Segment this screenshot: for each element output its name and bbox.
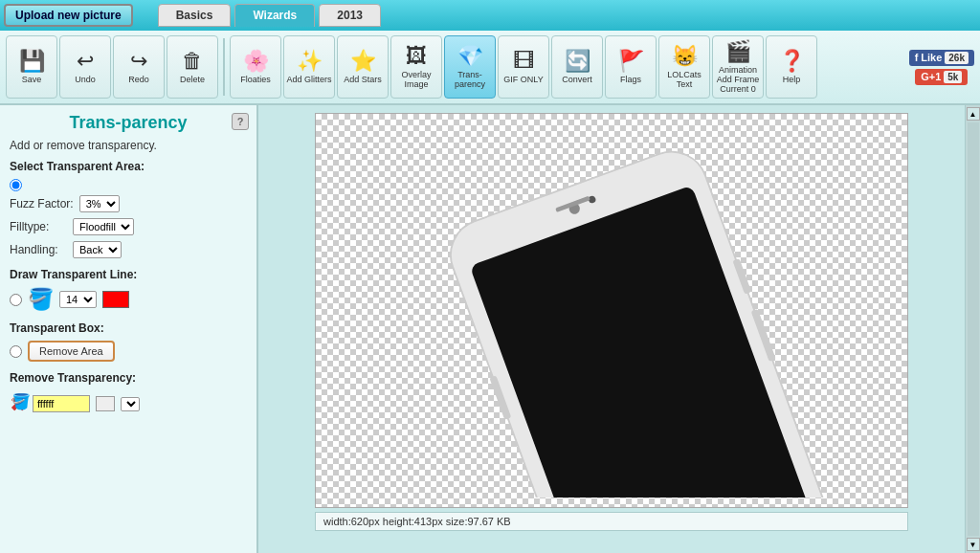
remove-area-button[interactable]: Remove Area xyxy=(28,341,115,362)
fb-count: 26k xyxy=(945,52,969,64)
select-area-radio[interactable] xyxy=(10,179,22,191)
filltype-row: Filltype: Floodfill xyxy=(10,218,247,235)
cross-x-icon: ✖ 🪣 xyxy=(10,390,27,417)
select-area-label: Select Transparent Area: xyxy=(10,160,247,173)
filltype-select[interactable]: Floodfill xyxy=(73,218,134,235)
transparency-icon: 💎 xyxy=(457,44,483,69)
undo-label: Undo xyxy=(75,76,96,85)
handling-label: Handling: xyxy=(10,243,67,256)
canvas-area: width:620px height:413px size:97.67 KB xyxy=(258,105,965,553)
fb-icon: f xyxy=(915,52,919,63)
help-icon: ❓ xyxy=(779,49,805,74)
help-panel-icon[interactable]: ? xyxy=(232,113,249,130)
overlay-icon: 🖼 xyxy=(406,44,427,69)
line-color-box[interactable] xyxy=(102,291,129,308)
handling-select[interactable]: Back xyxy=(73,241,122,258)
draw-line-radio[interactable] xyxy=(10,294,22,306)
file-tools: 💾 Save ↩ Undo ↪ Redo 🗑 Delete xyxy=(6,35,218,99)
gif-button[interactable]: 🎞 GIF ONLY xyxy=(498,35,549,99)
glitters-label: Add Glitters xyxy=(286,76,331,85)
nav-tabs: Basics Wizards 2013 xyxy=(158,4,381,27)
redo-button[interactable]: ↪ Redo xyxy=(113,35,165,99)
gplus-label: G+1 xyxy=(921,71,941,82)
left-panel: ? Trans-parency Add or remove transparen… xyxy=(0,105,258,553)
gif-icon: 🎞 xyxy=(513,49,534,74)
undo-icon: ↩ xyxy=(77,49,94,74)
upload-button[interactable]: Upload new picture xyxy=(4,4,133,27)
save-icon: 💾 xyxy=(19,49,45,74)
filltype-label: Filltype: xyxy=(10,220,67,233)
animation-icon: 🎬 xyxy=(725,39,751,64)
paint-bucket-icon: 🪣 xyxy=(28,287,54,312)
floaties-button[interactable]: 🌸 Floaties xyxy=(230,35,281,99)
animation-label: Animation Add Frame Current 0 xyxy=(715,66,761,95)
lolcats-icon: 😸 xyxy=(672,44,698,69)
stars-icon: ⭐ xyxy=(350,49,376,74)
effect-tools: 🌸 Floaties ✨ Add Glitters ⭐ Add Stars 🖼 … xyxy=(230,35,817,99)
convert-button[interactable]: 🔄 Convert xyxy=(551,35,603,99)
scroll-down-arrow[interactable]: ▼ xyxy=(967,538,980,551)
convert-icon: 🔄 xyxy=(565,49,590,74)
gplus-count: 5k xyxy=(944,71,962,83)
facebook-like-button[interactable]: f Like 26k xyxy=(909,50,974,66)
stars-label: Add Stars xyxy=(344,76,382,85)
top-bar: Upload new picture Basics Wizards 2013 xyxy=(0,0,980,31)
tab-basics[interactable]: Basics xyxy=(158,4,232,27)
floaties-label: Floaties xyxy=(240,76,271,85)
undo-button[interactable]: ↩ Undo xyxy=(59,35,111,99)
remove-trans-row: ✖ 🪣 ▼ xyxy=(10,390,247,417)
toolbar: 💾 Save ↩ Undo ↪ Redo 🗑 Delete 🌸 Floaties… xyxy=(0,31,980,105)
help-label: Help xyxy=(783,76,801,85)
toolbar-separator-1 xyxy=(223,38,225,96)
animation-button[interactable]: 🎬 Animation Add Frame Current 0 xyxy=(712,35,764,99)
scroll-track[interactable] xyxy=(968,122,979,536)
convert-label: Convert xyxy=(562,76,592,85)
save-button[interactable]: 💾 Save xyxy=(6,35,57,99)
hex-input[interactable] xyxy=(33,395,90,412)
image-container[interactable] xyxy=(315,113,908,508)
line-size-select[interactable]: 14 xyxy=(59,291,97,308)
color-swatch[interactable] xyxy=(96,396,115,411)
fuzz-label: Fuzz Factor: xyxy=(10,197,74,210)
handling-row: Handling: Back xyxy=(10,241,247,258)
lolcats-button[interactable]: 😸 LOLCats Text xyxy=(658,35,710,99)
social-bar: f Like 26k G+1 5k xyxy=(909,50,974,85)
glitters-icon: ✨ xyxy=(297,49,323,74)
draw-line-label: Draw Transparent Line: xyxy=(10,268,247,281)
remove-transparency-label: Remove Transparency: xyxy=(10,371,247,385)
status-bar: width:620px height:413px size:97.67 KB xyxy=(315,512,908,531)
transparency-label: Trans-parency xyxy=(447,71,493,90)
phone-image xyxy=(334,124,889,498)
overlay-button[interactable]: 🖼 Overlay Image xyxy=(390,35,442,99)
stars-button[interactable]: ⭐ Add Stars xyxy=(337,35,389,99)
draw-line-section: Draw Transparent Line: 🪣 14 xyxy=(10,268,247,312)
glitters-button[interactable]: ✨ Add Glitters xyxy=(283,35,335,99)
transparent-box-label: Transparent Box: xyxy=(10,321,247,335)
lolcats-label: LOLCats Text xyxy=(661,71,707,90)
gif-label: GIF ONLY xyxy=(503,76,543,85)
fuzz-select[interactable]: 3% xyxy=(79,195,120,212)
right-scrollbar: ▲ ▼ xyxy=(965,105,980,553)
scroll-up-arrow[interactable]: ▲ xyxy=(967,107,980,121)
fb-like-label: Like xyxy=(921,52,942,63)
delete-icon: 🗑 xyxy=(182,49,203,74)
transparent-box-radio[interactable] xyxy=(10,345,22,358)
redo-icon: ↪ xyxy=(130,49,147,74)
transparency-button[interactable]: 💎 Trans-parency xyxy=(444,35,496,99)
delete-label: Delete xyxy=(180,76,205,85)
flags-icon: 🚩 xyxy=(618,49,644,74)
save-label: Save xyxy=(22,76,42,85)
remove-transparency-section: Remove Transparency: ✖ 🪣 ▼ xyxy=(10,371,247,417)
panel-description: Add or remove transparency. xyxy=(10,139,247,152)
color-select[interactable]: ▼ xyxy=(121,397,140,411)
delete-button[interactable]: 🗑 Delete xyxy=(167,35,218,99)
help-button[interactable]: ❓ Help xyxy=(766,35,817,99)
panel-title: Trans-parency xyxy=(10,113,247,133)
floaties-icon: 🌸 xyxy=(243,49,269,74)
transparent-box-radio-row: Remove Area xyxy=(10,341,247,362)
gplus-button[interactable]: G+1 5k xyxy=(915,69,968,85)
tab-year[interactable]: 2013 xyxy=(319,4,381,27)
tab-wizards[interactable]: Wizards xyxy=(234,4,315,27)
flags-button[interactable]: 🚩 Flags xyxy=(605,35,657,99)
redo-label: Redo xyxy=(128,76,149,85)
